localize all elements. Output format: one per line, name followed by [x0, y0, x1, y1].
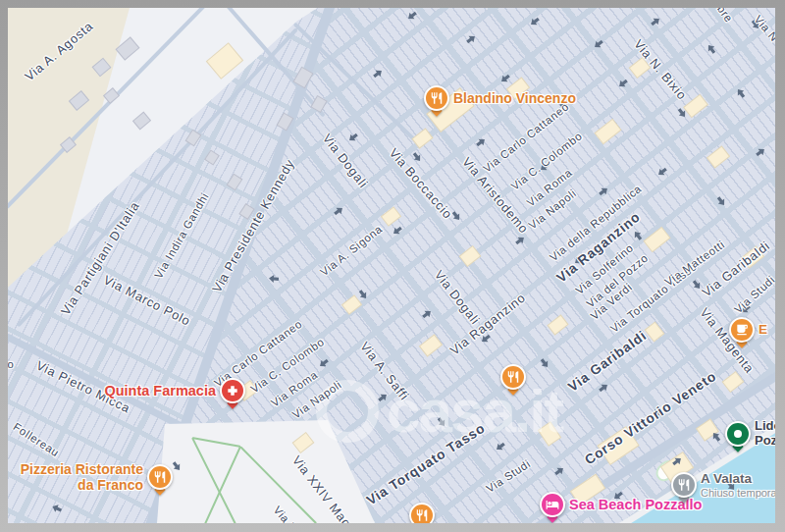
blandino-vincenzo-label-line: Blandino Vincenzo	[453, 90, 576, 106]
pizzeria-ristorante-da-franco-label-line: da Franco	[21, 477, 143, 493]
map-inner: casa.it Via A. AgostaVia Partigiani D'It…	[8, 8, 775, 523]
restaurant-poi-south-icon[interactable]	[409, 503, 435, 523]
pizzeria-ristorante-da-franco-icon[interactable]	[147, 464, 173, 490]
pizzeria-ristorante-da-franco-label[interactable]: Pizzeria Ristoranteda Franco	[21, 461, 143, 493]
cafe-poi-label[interactable]: E	[759, 322, 767, 338]
restaurant-poi-central-icon[interactable]	[500, 364, 526, 390]
blandino-vincenzo-icon[interactable]	[424, 85, 449, 111]
pizzeria-ristorante-da-franco-label-line: Pizzeria Ristorante	[21, 461, 143, 477]
white-dot-icon	[734, 430, 742, 438]
blandino-vincenzo-label[interactable]: Blandino Vincenzo	[453, 90, 576, 106]
a-valata-label-line: A Valata	[701, 471, 775, 487]
a-valata-icon[interactable]	[671, 472, 697, 498]
map-canvas[interactable]: casa.it Via A. AgostaVia Partigiani D'It…	[8, 8, 775, 523]
cafe-poi-label-line: E	[759, 322, 767, 338]
lido-pozzallo-icon[interactable]	[725, 421, 751, 447]
sea-beach-pozzallo-icon[interactable]	[540, 492, 565, 517]
lido-pozzallo-label-line: Pozz	[755, 434, 775, 449]
lido-pozzallo-label-line: Lido	[755, 419, 775, 434]
poi-layer: Blandino VincenzoQuinta FarmaciaPizzeria…	[8, 8, 775, 523]
lido-pozzallo-label[interactable]: LidoPozz	[755, 419, 775, 449]
cafe-poi-icon[interactable]	[729, 317, 755, 343]
a-valata-status-note: Chiuso temporane	[701, 486, 775, 499]
quinta-farmacia-label-line: Quinta Farmacia	[104, 383, 216, 399]
map-screenshot-frame: casa.it Via A. AgostaVia Partigiani D'It…	[0, 0, 785, 532]
a-valata-label[interactable]: A ValataChiuso temporane	[701, 471, 775, 499]
quinta-farmacia-label[interactable]: Quinta Farmacia	[104, 383, 216, 399]
quinta-farmacia-icon[interactable]	[220, 378, 245, 403]
